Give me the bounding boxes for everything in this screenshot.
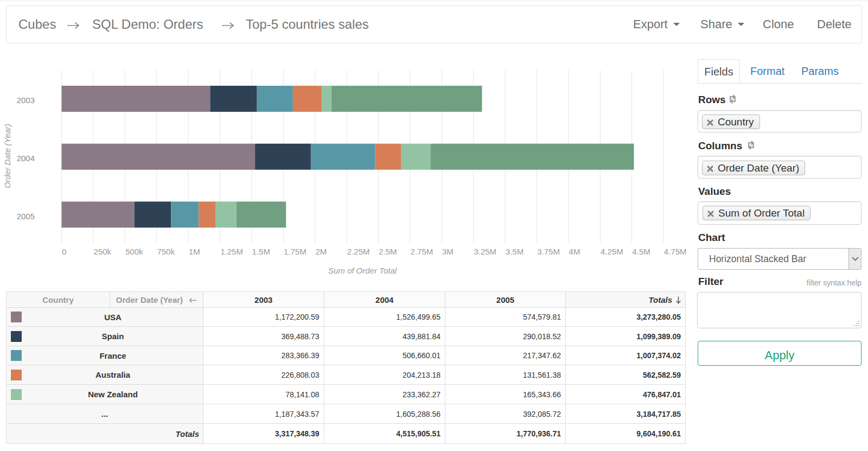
svg-text:3.75M: 3.75M — [537, 247, 560, 256]
svg-text:2005: 2005 — [17, 212, 35, 221]
svg-text:1.5M: 1.5M — [252, 247, 270, 256]
svg-text:2.75M: 2.75M — [411, 247, 433, 256]
svg-text:4.5M: 4.5M — [632, 247, 650, 256]
svg-text:4M: 4M — [569, 247, 580, 256]
svg-text:0: 0 — [62, 247, 66, 256]
svg-text:4.75M: 4.75M — [664, 247, 687, 256]
svg-text:Sum of Order Total: Sum of Order Total — [328, 266, 397, 275]
svg-text:1.25M: 1.25M — [220, 247, 243, 256]
svg-text:750k: 750k — [157, 247, 175, 256]
svg-text:Order Date (Year): Order Date (Year) — [3, 124, 12, 188]
svg-text:2003: 2003 — [17, 96, 35, 105]
svg-text:500k: 500k — [125, 247, 143, 256]
svg-text:3.25M: 3.25M — [474, 247, 496, 256]
svg-text:2.5M: 2.5M — [379, 247, 397, 256]
svg-text:1M: 1M — [189, 247, 200, 256]
svg-text:1.75M: 1.75M — [284, 247, 307, 256]
svg-text:3M: 3M — [442, 247, 454, 256]
svg-text:2M: 2M — [315, 247, 327, 256]
svg-text:2.25M: 2.25M — [347, 247, 370, 256]
svg-text:4.25M: 4.25M — [601, 247, 623, 256]
svg-text:3.5M: 3.5M — [506, 247, 524, 256]
svg-text:250k: 250k — [94, 247, 112, 256]
svg-text:2004: 2004 — [17, 154, 35, 163]
